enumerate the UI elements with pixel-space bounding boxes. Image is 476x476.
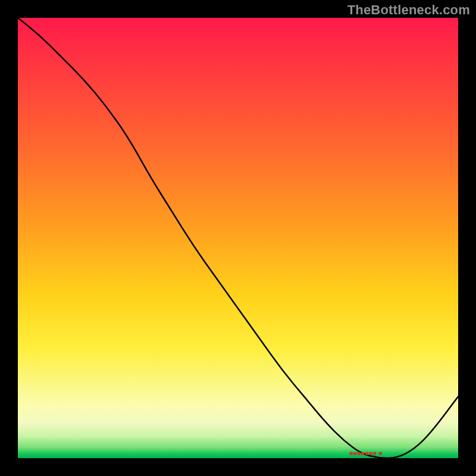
chart-frame: TheBottleneck.com ■■■■■■■ ■: [0, 0, 476, 476]
x-tick-label: ■■■■■■■ ■: [349, 450, 383, 456]
plot-area: ■■■■■■■ ■: [18, 18, 458, 458]
attribution-text: TheBottleneck.com: [347, 2, 470, 18]
line-layer: [18, 18, 458, 458]
bottleneck-curve: [18, 18, 458, 458]
